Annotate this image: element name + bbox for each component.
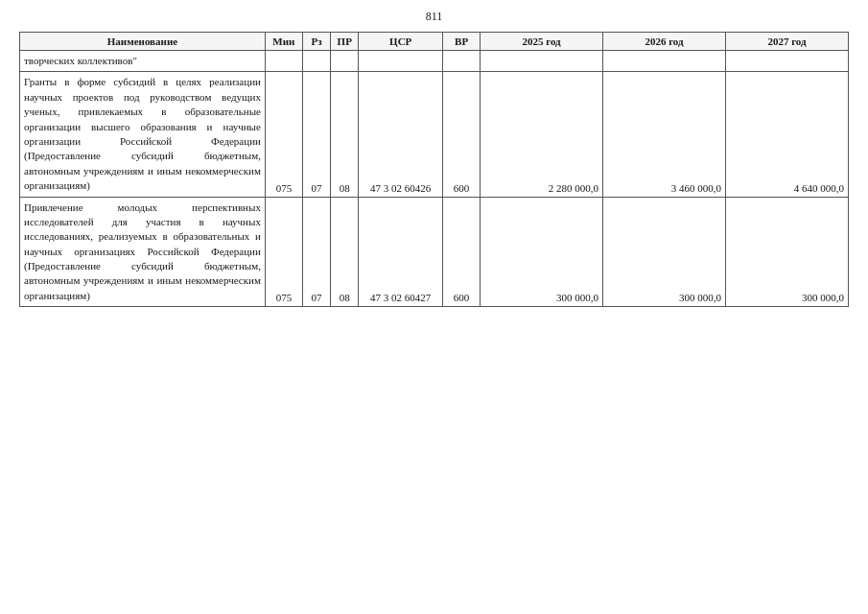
table-row: Привлечение молодых перспективных исслед… <box>20 197 849 307</box>
row2-2025: 300 000,0 <box>481 197 603 307</box>
row2-vr: 600 <box>443 197 481 307</box>
table-row: творческих коллективов" <box>20 51 849 72</box>
row1-csr: 47 3 02 60426 <box>359 72 443 197</box>
row1-min: 075 <box>265 72 302 197</box>
row2-name: Привлечение молодых перспективных исслед… <box>20 197 266 307</box>
header-vr: ВР <box>443 33 481 51</box>
table-row: Гранты в форме субсидий в целях реализац… <box>20 72 849 197</box>
header-pr: ПР <box>331 33 359 51</box>
header-2027: 2027 год <box>725 33 848 51</box>
row1-2026: 3 460 000,0 <box>603 72 726 197</box>
row0-csr <box>359 51 443 72</box>
row0-pr <box>331 51 359 72</box>
row0-min <box>265 51 302 72</box>
table-header-row: Наименование Мин Рз ПР ЦСР ВР 2025 год 2… <box>20 33 849 51</box>
header-csr: ЦСР <box>359 33 443 51</box>
row0-rz <box>302 51 330 72</box>
row1-rz: 07 <box>302 72 330 197</box>
row2-min: 075 <box>265 197 302 307</box>
row2-2027: 300 000,0 <box>725 197 848 307</box>
row1-2027: 4 640 000,0 <box>725 72 848 197</box>
row1-2025: 2 280 000,0 <box>481 72 603 197</box>
header-name: Наименование <box>20 33 266 51</box>
row0-2027 <box>725 51 848 72</box>
row1-name: Гранты в форме субсидий в целях реализац… <box>20 72 266 197</box>
row2-pr: 08 <box>331 197 359 307</box>
row1-pr: 08 <box>331 72 359 197</box>
row0-vr <box>443 51 481 72</box>
row2-rz: 07 <box>302 197 330 307</box>
row0-2025 <box>481 51 603 72</box>
header-2026: 2026 год <box>603 33 726 51</box>
row1-vr: 600 <box>443 72 481 197</box>
header-rz: Рз <box>302 33 330 51</box>
budget-table: Наименование Мин Рз ПР ЦСР ВР 2025 год 2… <box>19 32 849 307</box>
row0-name: творческих коллективов" <box>20 51 266 72</box>
row2-csr: 47 3 02 60427 <box>359 197 443 307</box>
row2-2026: 300 000,0 <box>603 197 726 307</box>
header-min: Мин <box>265 33 302 51</box>
header-2025: 2025 год <box>481 33 603 51</box>
page-number: 811 <box>19 10 849 24</box>
row0-2026 <box>603 51 726 72</box>
